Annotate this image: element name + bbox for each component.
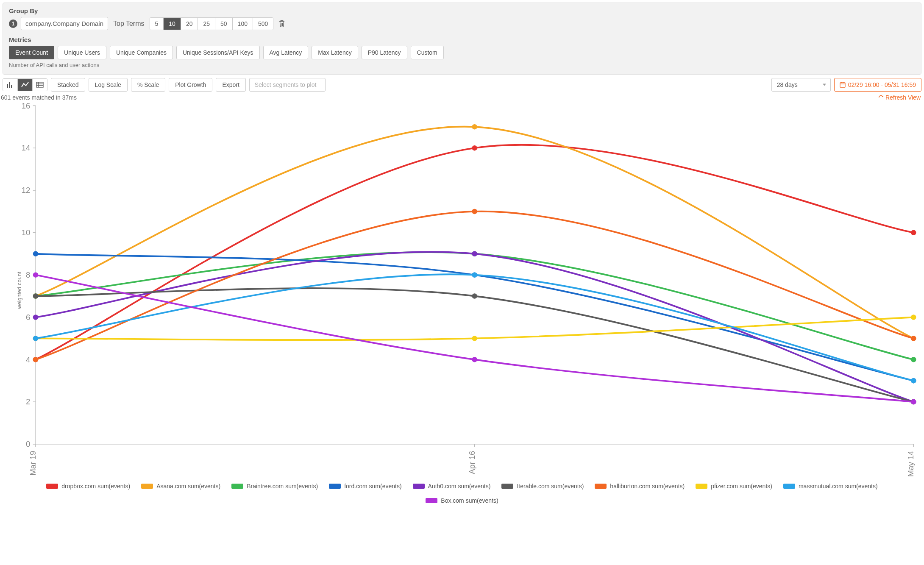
status-row: 601 events matched in 37ms Refresh View bbox=[0, 93, 924, 102]
top-terms-option-500[interactable]: 500 bbox=[253, 18, 273, 30]
series-point[interactable] bbox=[472, 145, 477, 150]
calendar-icon bbox=[840, 82, 846, 88]
series-line bbox=[36, 252, 913, 359]
series-point[interactable] bbox=[472, 336, 477, 341]
metric-option-max-latency[interactable]: Max Latency bbox=[312, 46, 358, 59]
legend-item[interactable]: pfizer.com sum(events) bbox=[696, 483, 772, 490]
bar-chart-icon bbox=[6, 81, 14, 88]
group-by-field-input[interactable]: company.Company Domain bbox=[21, 17, 108, 30]
metrics-button-row: Event CountUnique UsersUnique CompaniesU… bbox=[9, 46, 915, 59]
legend-label: Iterable.com sum(events) bbox=[517, 483, 584, 490]
series-point[interactable] bbox=[472, 293, 477, 298]
y-tick-label: 12 bbox=[22, 186, 31, 195]
metric-option-unique-companies[interactable]: Unique Companies bbox=[110, 46, 173, 59]
refresh-icon bbox=[878, 95, 884, 100]
y-tick-label: 14 bbox=[22, 143, 31, 152]
metric-option-event-count[interactable]: Event Count bbox=[9, 46, 54, 59]
metric-option-avg-latency[interactable]: Avg Latency bbox=[263, 46, 309, 59]
legend-swatch bbox=[595, 484, 607, 489]
metric-option-unique-sessions-api-keys[interactable]: Unique Sessions/API Keys bbox=[176, 46, 260, 59]
top-terms-option-20[interactable]: 20 bbox=[181, 18, 198, 30]
date-range-text: 02/29 16:00 - 05/31 16:59 bbox=[848, 81, 916, 88]
legend-item[interactable]: Box.com sum(events) bbox=[426, 497, 498, 504]
series-point[interactable] bbox=[911, 336, 916, 341]
top-terms-option-5[interactable]: 5 bbox=[150, 18, 164, 30]
events-matched-text: 601 events matched in 37ms bbox=[1, 94, 77, 101]
top-terms-option-50[interactable]: 50 bbox=[215, 18, 233, 30]
delete-group-button[interactable] bbox=[277, 18, 287, 29]
metrics-section: Metrics Event CountUnique UsersUnique Co… bbox=[9, 36, 915, 68]
metric-option-custom[interactable]: Custom bbox=[411, 46, 444, 59]
legend-label: massmutual.com sum(events) bbox=[799, 483, 878, 490]
legend-item[interactable]: Auth0.com sum(events) bbox=[413, 483, 491, 490]
legend-item[interactable]: halliburton.com sum(events) bbox=[595, 483, 685, 490]
series-point[interactable] bbox=[33, 336, 38, 341]
series-point[interactable] bbox=[33, 357, 38, 362]
legend-label: Box.com sum(events) bbox=[441, 497, 498, 504]
series-point[interactable] bbox=[33, 293, 38, 298]
legend-swatch bbox=[329, 484, 341, 489]
series-point[interactable] bbox=[472, 124, 477, 129]
line-chart-icon bbox=[21, 81, 29, 88]
series-point[interactable] bbox=[472, 251, 477, 256]
svg-rect-0 bbox=[7, 84, 8, 88]
series-point[interactable] bbox=[911, 315, 916, 320]
export-button[interactable]: Export bbox=[216, 78, 245, 92]
series-line bbox=[36, 127, 913, 339]
series-point[interactable] bbox=[911, 357, 916, 362]
refresh-view-link[interactable]: Refresh View bbox=[878, 94, 921, 101]
log-scale-button[interactable]: Log Scale bbox=[89, 78, 128, 92]
series-point[interactable] bbox=[472, 209, 477, 214]
segments-input[interactable]: Select segments to plot bbox=[249, 78, 326, 92]
toolbar-left: Stacked Log Scale % Scale Plot Growth Ex… bbox=[3, 78, 326, 92]
y-tick-label: 8 bbox=[26, 270, 30, 279]
series-point[interactable] bbox=[911, 378, 916, 383]
y-tick-label: 0 bbox=[26, 440, 30, 448]
y-tick-label: 2 bbox=[26, 397, 30, 406]
x-tick-label: May 14 bbox=[906, 451, 915, 477]
legend-label: ford.com sum(events) bbox=[344, 483, 401, 490]
y-tick-label: 6 bbox=[26, 313, 30, 322]
metric-option-unique-users[interactable]: Unique Users bbox=[58, 46, 106, 59]
view-mode-line[interactable] bbox=[18, 79, 33, 91]
date-range-button[interactable]: 02/29 16:00 - 05/31 16:59 bbox=[834, 78, 921, 92]
series-point[interactable] bbox=[472, 272, 477, 277]
series-point[interactable] bbox=[911, 399, 916, 404]
legend-swatch bbox=[426, 498, 437, 503]
series-point[interactable] bbox=[911, 230, 916, 235]
chart-toolbar: Stacked Log Scale % Scale Plot Growth Ex… bbox=[0, 75, 924, 93]
line-chart: 0246810121416Mar 19Apr 16May 14 bbox=[3, 102, 921, 479]
legend-label: pfizer.com sum(events) bbox=[711, 483, 772, 490]
pct-scale-button[interactable]: % Scale bbox=[131, 78, 165, 92]
toolbar-right: 28 days 02/29 16:00 - 05/31 16:59 bbox=[771, 78, 921, 92]
top-terms-option-25[interactable]: 25 bbox=[198, 18, 215, 30]
view-mode-table[interactable] bbox=[33, 79, 47, 91]
legend-item[interactable]: dropbox.com sum(events) bbox=[46, 483, 130, 490]
series-point[interactable] bbox=[33, 272, 38, 277]
legend-swatch bbox=[696, 484, 707, 489]
legend-label: Braintree.com sum(events) bbox=[247, 483, 318, 490]
table-chart-icon bbox=[36, 81, 44, 88]
legend-item[interactable]: ford.com sum(events) bbox=[329, 483, 401, 490]
chart-area: weighted count 0246810121416Mar 19Apr 16… bbox=[0, 102, 924, 479]
legend-swatch bbox=[231, 484, 243, 489]
metric-option-p90-latency[interactable]: P90 Latency bbox=[362, 46, 407, 59]
top-terms-option-10[interactable]: 10 bbox=[164, 18, 181, 30]
stacked-button[interactable]: Stacked bbox=[51, 78, 85, 92]
config-panel: Group By 1 company.Company Domain Top Te… bbox=[3, 3, 921, 75]
series-point[interactable] bbox=[33, 315, 38, 320]
svg-rect-3 bbox=[36, 82, 43, 87]
metrics-label: Metrics bbox=[9, 36, 915, 43]
svg-rect-4 bbox=[840, 83, 845, 87]
series-point[interactable] bbox=[472, 357, 477, 362]
period-select[interactable]: 28 days bbox=[771, 78, 831, 92]
legend-item[interactable]: Iterable.com sum(events) bbox=[501, 483, 584, 490]
legend-item[interactable]: Braintree.com sum(events) bbox=[231, 483, 318, 490]
chart-legend: dropbox.com sum(events)Asana.com sum(eve… bbox=[0, 479, 924, 509]
series-point[interactable] bbox=[33, 251, 38, 256]
view-mode-bar[interactable] bbox=[3, 79, 18, 91]
legend-item[interactable]: Asana.com sum(events) bbox=[141, 483, 220, 490]
legend-item[interactable]: massmutual.com sum(events) bbox=[783, 483, 878, 490]
top-terms-option-100[interactable]: 100 bbox=[233, 18, 253, 30]
plot-growth-button[interactable]: Plot Growth bbox=[169, 78, 212, 92]
